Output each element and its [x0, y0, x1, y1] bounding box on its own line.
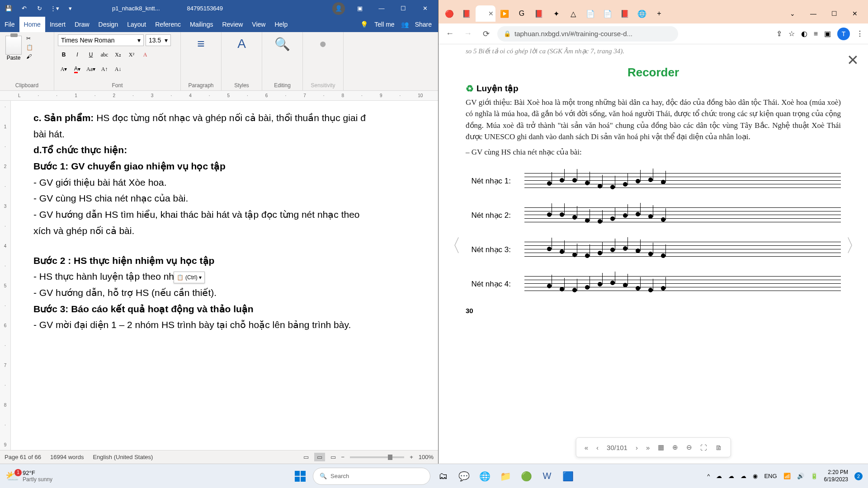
styles-group[interactable]: A Styles	[222, 32, 262, 90]
volume-icon[interactable]: 🔊	[797, 473, 804, 479]
qat-more-icon[interactable]: ⋮▾	[49, 3, 61, 14]
side-panel-icon[interactable]: ▣	[824, 29, 831, 38]
page-content[interactable]: ✕ 〈 〉 so 5 Biết tả oi có ghép lời ca (SG…	[439, 44, 868, 464]
pdf-first-icon[interactable]: «	[585, 444, 588, 451]
shrink-font-icon[interactable]: A↓	[112, 63, 124, 75]
tab-8[interactable]: △	[565, 5, 581, 22]
redo-icon[interactable]: ↻	[33, 3, 45, 14]
zoom-slider[interactable]	[350, 456, 404, 458]
content-close-icon[interactable]: ✕	[847, 52, 859, 69]
bookmark-icon[interactable]: ☆	[788, 29, 795, 38]
back-icon[interactable]: ←	[443, 27, 457, 41]
pdf-zoom-out-icon[interactable]: ⊖	[686, 443, 692, 451]
tab-4[interactable]: ▶️	[496, 5, 513, 22]
paste-options-button[interactable]: 📋(Ctrl) ▾	[174, 272, 205, 283]
pdf-grid-icon[interactable]: ▦	[658, 443, 664, 451]
tab-10[interactable]: 📄	[599, 5, 616, 22]
language-indicator[interactable]: English (United States)	[93, 454, 153, 460]
chrome-minimize-icon[interactable]: —	[803, 6, 824, 21]
user-avatar-icon[interactable]: 👤	[332, 2, 345, 15]
hp-icon[interactable]: ◉	[753, 473, 758, 479]
chrome-dropdown-icon[interactable]: ⌄	[782, 6, 803, 21]
battery-icon[interactable]: 🔋	[811, 473, 818, 479]
horizontal-ruler[interactable]: L··1·2·3·4·5·6·7·8·9·10·11·12·13·14·15	[0, 91, 438, 101]
reload-icon[interactable]: ⟳	[479, 27, 493, 41]
tab-12[interactable]: 🌐	[634, 5, 650, 22]
print-layout-icon[interactable]: ▭	[314, 453, 325, 461]
extension-icon[interactable]: ◐	[801, 29, 807, 38]
address-bar[interactable]: 🔒 taphuan.nxbgd.vn/#/training-course-d..…	[497, 26, 678, 42]
vertical-ruler[interactable]: ·1·2·3·4·5·6·7·8·9·10·11	[0, 101, 11, 450]
overflow-icon[interactable]: ^	[707, 473, 710, 479]
wifi-icon[interactable]: 📶	[783, 473, 791, 479]
editing-group[interactable]: 🔍 Editing	[262, 32, 303, 90]
start-button[interactable]	[292, 468, 308, 484]
pdf-last-icon[interactable]: »	[646, 444, 650, 451]
italic-button[interactable]: I	[71, 49, 83, 61]
tab-file[interactable]: File	[0, 17, 19, 32]
tab-7[interactable]: ✦	[548, 5, 564, 22]
underline-button[interactable]: U	[85, 49, 97, 61]
app-icon[interactable]: 🟦	[560, 468, 576, 484]
grow-font-icon[interactable]: A↑	[99, 63, 110, 75]
highlight-button[interactable]: A▾	[58, 63, 70, 75]
document-page[interactable]: c. Sản phẩm: HS đọc từng nốt nhạc và ghé…	[11, 101, 438, 450]
superscript-button[interactable]: X²	[126, 49, 137, 61]
web-layout-icon[interactable]: ▭	[330, 454, 336, 460]
tell-me[interactable]: Tell me	[374, 21, 394, 28]
bold-button[interactable]: B	[58, 49, 70, 61]
save-icon[interactable]: 💾	[3, 3, 14, 14]
pdf-prev-icon[interactable]: ‹	[596, 444, 599, 451]
tab-9[interactable]: 📄	[582, 5, 599, 22]
tab-help[interactable]: Help	[270, 17, 292, 32]
search-number[interactable]: 84795153649	[187, 5, 223, 12]
cut-icon[interactable]: ✂	[26, 35, 33, 42]
tab-active[interactable]: ✕	[476, 5, 495, 22]
menu-icon[interactable]: ⋮	[856, 29, 863, 38]
font-color-button[interactable]: A▾	[71, 63, 83, 75]
font-size-select[interactable]: 13.5▾	[146, 34, 171, 46]
tab-2[interactable]: 📕	[458, 5, 475, 22]
strikethrough-button[interactable]: abc	[99, 49, 110, 61]
share-button[interactable]: Share	[415, 21, 432, 28]
tab-design[interactable]: Design	[94, 17, 123, 32]
minimize-icon[interactable]: —	[371, 0, 392, 17]
font-name-select[interactable]: Times New Roman▾	[58, 34, 144, 46]
paragraph-group[interactable]: ≡ Paragraph	[181, 32, 222, 90]
subscript-button[interactable]: X₂	[112, 49, 124, 61]
tab-mailings[interactable]: Mailings	[185, 17, 217, 32]
onedrive-icon[interactable]: ☁	[716, 473, 722, 479]
ribbon-display-icon[interactable]: ▣	[349, 0, 370, 17]
forward-icon[interactable]: →	[461, 27, 475, 41]
chat-icon[interactable]: 💬	[456, 468, 472, 484]
prev-page-icon[interactable]: 〈	[443, 233, 461, 258]
tab-review[interactable]: Review	[217, 17, 247, 32]
edge-icon[interactable]: 🌐	[476, 468, 493, 484]
pdf-fullscreen-icon[interactable]: ⛶	[700, 444, 707, 451]
close-icon[interactable]: ✕	[415, 0, 435, 17]
chrome-close-icon[interactable]: ✕	[844, 6, 865, 21]
tab-references[interactable]: Referenc	[151, 17, 185, 32]
pdf-next-icon[interactable]: ›	[636, 444, 638, 451]
tab-layout[interactable]: Layout	[123, 17, 151, 32]
zoom-level[interactable]: 100%	[419, 454, 434, 460]
page-indicator[interactable]: Page 61 of 66	[5, 454, 41, 460]
paste-button[interactable]: Paste	[4, 34, 24, 61]
word-taskbar-icon[interactable]: W	[539, 468, 555, 484]
tray-icon-1[interactable]: ☁	[728, 473, 734, 479]
notification-badge[interactable]: 2	[854, 472, 863, 480]
pdf-page-icon[interactable]: 🗎	[715, 444, 722, 451]
tab-draw[interactable]: Draw	[70, 17, 94, 32]
next-page-icon[interactable]: 〉	[845, 233, 863, 258]
chrome-maximize-icon[interactable]: ☐	[824, 6, 844, 21]
profile-icon[interactable]: T	[837, 28, 850, 40]
copy-icon[interactable]: 📋	[26, 44, 33, 51]
weather-widget[interactable]: ⛅1 92°F Partly sunny	[5, 469, 52, 483]
read-mode-icon[interactable]: ▭	[303, 454, 309, 460]
tab-close-icon[interactable]: ✕	[488, 10, 494, 17]
qat-overflow-icon[interactable]: ▾	[64, 3, 76, 14]
clock[interactable]: 2:20 PM 6/19/2023	[824, 469, 848, 483]
pdf-zoom-in-icon[interactable]: ⊕	[672, 443, 678, 451]
reading-list-icon[interactable]: ≡	[814, 30, 818, 38]
undo-icon[interactable]: ↶	[18, 3, 30, 14]
